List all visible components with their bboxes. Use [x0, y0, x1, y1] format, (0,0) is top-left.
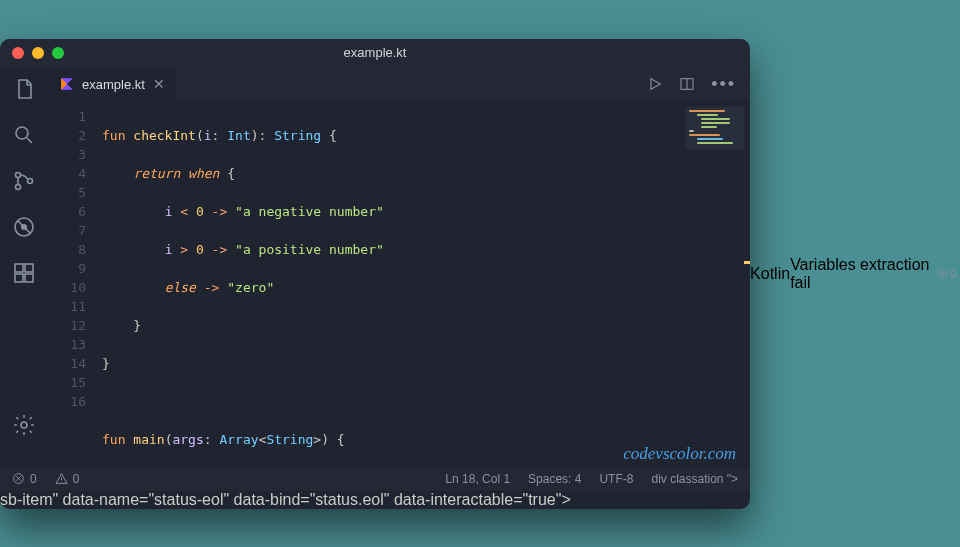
status-bar: 0 0 Ln 18, Col 1 Spaces: 4 UTF-8 div cla… [0, 467, 750, 491]
svg-point-3 [28, 178, 33, 183]
window-body: example.kt ✕ ••• 12345678910111213141516… [0, 67, 750, 467]
extensions-icon[interactable] [12, 261, 36, 285]
search-icon[interactable] [12, 123, 36, 147]
feedback-smiley-icon[interactable] [937, 267, 949, 280]
editor-actions: ••• [647, 67, 750, 101]
window-title: example.kt [0, 45, 750, 60]
split-editor-icon[interactable] [679, 76, 695, 92]
status-indentation[interactable]: Spaces: 4 [528, 472, 581, 486]
svg-point-0 [16, 127, 28, 139]
svg-rect-9 [25, 274, 33, 282]
more-actions-icon[interactable]: ••• [711, 75, 736, 93]
titlebar: example.kt [0, 39, 750, 67]
tab-example-kt[interactable]: example.kt ✕ [48, 67, 175, 101]
code-content[interactable]: fun checkInt(i: Int): String { return wh… [102, 101, 750, 467]
overview-ruler-marker [744, 261, 750, 264]
line-number-gutter: 12345678910111213141516 [48, 101, 102, 467]
minimap[interactable] [686, 107, 744, 149]
svg-point-2 [16, 184, 21, 189]
debug-icon[interactable] [12, 215, 36, 239]
svg-rect-8 [15, 274, 23, 282]
explorer-icon[interactable] [12, 77, 36, 101]
svg-point-1 [16, 172, 21, 177]
status-cursor-position[interactable]: Ln 18, Col 1 [445, 472, 510, 486]
svg-point-15 [944, 272, 945, 273]
tab-bar: example.kt ✕ ••• [48, 67, 750, 101]
svg-point-5 [21, 224, 27, 230]
tab-filename: example.kt [82, 77, 145, 92]
svg-point-14 [941, 272, 942, 273]
warning-icon [55, 472, 68, 485]
run-icon[interactable] [647, 76, 663, 92]
svg-point-13 [938, 269, 947, 278]
status-warnings[interactable]: 0 [55, 472, 80, 486]
svg-point-10 [21, 422, 27, 428]
editor-main: example.kt ✕ ••• 12345678910111213141516… [48, 67, 750, 467]
settings-gear-icon[interactable] [12, 413, 36, 437]
svg-rect-6 [15, 264, 23, 272]
watermark: codevscolor.com [623, 444, 736, 463]
error-icon [12, 472, 25, 485]
svg-rect-7 [25, 264, 33, 272]
activity-bar [0, 67, 48, 467]
status-language[interactable]: Kotlin [750, 265, 790, 283]
status-extra[interactable]: Variables extraction fail [790, 256, 937, 292]
tab-close-icon[interactable]: ✕ [153, 77, 165, 91]
code-editor[interactable]: 12345678910111213141516 fun checkInt(i: … [48, 101, 750, 467]
status-errors[interactable]: 0 [12, 472, 37, 486]
editor-window: example.kt example.kt ✕ [0, 39, 750, 509]
status-encoding[interactable]: UTF-8 [599, 472, 633, 486]
source-control-icon[interactable] [12, 169, 36, 193]
notifications-bell-icon[interactable] [948, 267, 960, 280]
kotlin-file-icon [60, 77, 74, 91]
